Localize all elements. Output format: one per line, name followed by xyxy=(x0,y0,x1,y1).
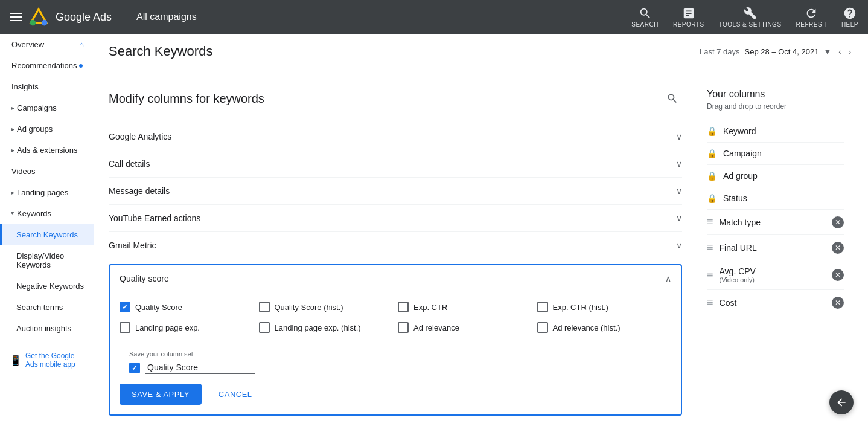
nav-right: SEARCH REPORTS TOOLS & SETTINGS REFRESH … xyxy=(631,7,858,28)
home-icon: ⌂ xyxy=(79,40,84,49)
sidebar-label-auction-insights: Auction insights xyxy=(16,324,71,333)
sidebar-item-display-video-keywords[interactable]: Display/Video Keywords xyxy=(0,245,94,276)
column-item-status: 🔒 Status xyxy=(707,187,844,210)
mobile-app-link[interactable]: 📱 Get the Google Ads mobile app xyxy=(10,352,84,369)
sidebar-item-insights[interactable]: Insights xyxy=(0,76,94,97)
nav-reports[interactable]: REPORTS xyxy=(673,7,704,28)
drag-icon-match-type: ≡ xyxy=(707,216,713,228)
date-next-button[interactable]: › xyxy=(846,45,854,59)
fab-button[interactable] xyxy=(829,390,854,414)
col-avg-cpv-sublabel: (Video only) xyxy=(720,276,826,283)
youtube-earned-label: YouTube Earned actions xyxy=(109,213,200,223)
call-details-label: Call details xyxy=(109,159,150,169)
sidebar-label-display-video-keywords: Display/Video Keywords xyxy=(16,251,84,269)
remove-final-url-button[interactable]: ✕ xyxy=(832,242,844,254)
checkbox-landing-page-exp[interactable]: Landing page exp. xyxy=(120,322,254,333)
col-campaign-label: Campaign xyxy=(723,149,844,158)
sidebar-item-auction-insights[interactable]: Auction insights xyxy=(0,318,94,339)
modify-search-button[interactable] xyxy=(663,89,682,108)
ads-arrow: ▸ xyxy=(11,147,14,153)
message-details-chevron: ∨ xyxy=(676,186,682,196)
refresh-tool-label: REFRESH xyxy=(796,21,827,28)
sidebar-item-overview[interactable]: Overview ⌂ xyxy=(0,34,94,55)
sidebar-item-recommendations[interactable]: Recommendations xyxy=(0,55,94,76)
date-range-dropdown[interactable]: ▼ xyxy=(823,47,831,56)
lock-icon-ad-group: 🔒 xyxy=(707,171,717,181)
google-analytics-chevron: ∨ xyxy=(676,132,682,141)
modify-header: Modify columns for keywords xyxy=(109,79,682,118)
checkboxes-grid: ✓ Quality Score Quality Score (hist.) Ex… xyxy=(110,292,681,343)
checkbox-landing-page-exp-hist-label: Landing page exp. (hist.) xyxy=(275,323,361,332)
column-item-match-type[interactable]: ≡ Match type ✕ xyxy=(707,210,844,235)
brand-name: Google Ads xyxy=(56,11,112,24)
section-gmail-metric[interactable]: Gmail Metric ∨ xyxy=(109,232,682,259)
checkbox-landing-page-exp-hist[interactable]: Landing page exp. (hist.) xyxy=(259,322,394,333)
section-message-details[interactable]: Message details ∨ xyxy=(109,178,682,205)
sidebar-item-keywords[interactable]: ▸ Keywords xyxy=(0,203,94,224)
date-prev-button[interactable]: ‹ xyxy=(836,45,843,59)
sidebar-item-landing-pages[interactable]: ▸ Landing pages xyxy=(0,182,94,203)
column-item-keyword: 🔒 Keyword xyxy=(707,120,844,143)
checkbox-quality-score[interactable]: ✓ Quality Score xyxy=(120,302,254,312)
modify-panel: Modify columns for keywords Google Analy… xyxy=(109,79,697,421)
remove-cost-button[interactable]: ✕ xyxy=(832,297,844,309)
your-columns-title: Your columns xyxy=(707,89,844,100)
top-nav: Google Ads All campaigns SEARCH REPORTS … xyxy=(0,0,868,34)
section-youtube-earned[interactable]: YouTube Earned actions ∨ xyxy=(109,205,682,232)
notification-dot xyxy=(79,64,83,68)
col-final-url-label: Final URL xyxy=(720,243,826,253)
sidebar-item-ads-extensions[interactable]: ▸ Ads & extensions xyxy=(0,140,94,161)
sidebar-item-negative-keywords[interactable]: Negative Keywords xyxy=(0,276,94,297)
checkbox-landing-page-exp-label: Landing page exp. xyxy=(135,323,200,332)
lock-icon-status: 🔒 xyxy=(707,193,717,203)
checkbox-exp-ctr-hist[interactable]: Exp. CTR (hist.) xyxy=(537,302,672,312)
checkbox-quality-score-label: Quality Score xyxy=(135,303,182,312)
section-call-details[interactable]: Call details ∨ xyxy=(109,150,682,178)
date-range-value: Sep 28 – Oct 4, 2021 xyxy=(745,47,819,56)
sidebar-item-videos[interactable]: Videos xyxy=(0,161,94,182)
save-apply-button[interactable]: SAVE & APPLY xyxy=(120,384,202,405)
modify-title: Modify columns for keywords xyxy=(109,92,264,106)
your-columns-subtitle: Drag and drop to reorder xyxy=(707,102,844,111)
keywords-arrow: ▸ xyxy=(10,212,16,215)
sidebar-item-search-terms[interactable]: Search terms xyxy=(0,297,94,318)
youtube-earned-chevron: ∨ xyxy=(676,213,682,223)
save-column-set-label: Save your column set xyxy=(129,350,662,358)
sidebar-item-search-keywords[interactable]: Search Keywords xyxy=(0,224,94,245)
column-item-cost[interactable]: ≡ Cost ✕ xyxy=(707,290,844,315)
sidebar-item-campaigns[interactable]: ▸ Campaigns xyxy=(0,97,94,118)
checkbox-ad-relevance-hist-box xyxy=(537,322,548,333)
checkbox-ad-relevance-box xyxy=(398,322,409,333)
checkbox-quality-score-hist-box xyxy=(259,302,270,312)
checkbox-quality-score-hist[interactable]: Quality Score (hist.) xyxy=(259,302,394,312)
remove-match-type-button[interactable]: ✕ xyxy=(832,216,844,228)
hamburger-menu[interactable] xyxy=(10,13,22,21)
section-google-analytics[interactable]: Google Analytics ∨ xyxy=(109,123,682,150)
date-range-label: Last 7 days xyxy=(700,47,740,56)
nav-search[interactable]: SEARCH xyxy=(631,7,659,28)
save-checkbox[interactable]: ✓ xyxy=(129,363,140,373)
column-item-campaign: 🔒 Campaign xyxy=(707,143,844,165)
column-item-final-url[interactable]: ≡ Final URL ✕ xyxy=(707,235,844,260)
nav-refresh[interactable]: REFRESH xyxy=(796,7,827,28)
drag-icon-avg-cpv: ≡ xyxy=(707,269,713,282)
landing-pages-arrow: ▸ xyxy=(11,189,14,196)
cancel-button[interactable]: CANCEL xyxy=(211,384,260,405)
checkbox-ad-relevance[interactable]: Ad relevance xyxy=(398,322,532,333)
sidebar-item-adgroups[interactable]: ▸ Ad groups xyxy=(0,118,94,140)
quality-score-label: Quality score xyxy=(120,274,169,283)
remove-avg-cpv-button[interactable]: ✕ xyxy=(832,269,844,281)
checkbox-ad-relevance-hist[interactable]: Ad relevance (hist.) xyxy=(537,322,672,333)
nav-help[interactable]: HELP xyxy=(841,7,858,28)
save-column-input[interactable] xyxy=(145,361,255,374)
checkbox-exp-ctr-hist-label: Exp. CTR (hist.) xyxy=(553,303,608,312)
column-item-avg-cpv[interactable]: ≡ Avg. CPV (Video only) ✕ xyxy=(707,260,844,290)
nav-tools[interactable]: TOOLS & SETTINGS xyxy=(719,7,782,28)
quality-score-header[interactable]: Quality score ∧ xyxy=(110,265,681,292)
col-match-type-label: Match type xyxy=(720,218,826,227)
checkbox-exp-ctr[interactable]: Exp. CTR xyxy=(398,302,532,312)
checkbox-ad-relevance-label: Ad relevance xyxy=(413,323,459,332)
call-details-chevron: ∨ xyxy=(676,159,682,169)
date-nav: ‹ › xyxy=(836,45,854,59)
sidebar-label-negative-keywords: Negative Keywords xyxy=(16,282,84,291)
